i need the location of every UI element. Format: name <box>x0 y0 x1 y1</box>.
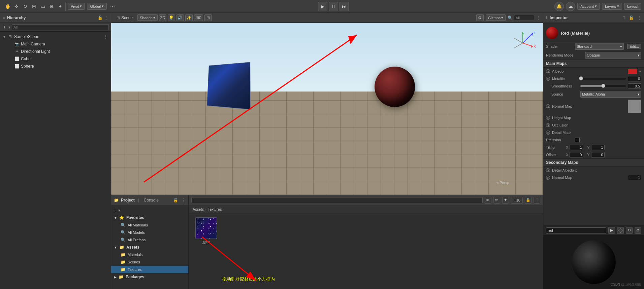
lighting-btn[interactable]: 💡 <box>168 14 175 21</box>
source-dropdown[interactable]: Metallic Alpha ▾ <box>580 91 641 98</box>
albedo-picker-icon[interactable]: ✏ <box>639 70 641 73</box>
hierarchy-scene-item[interactable]: ▼ ⊞ SampleScene ⋮ <box>0 33 111 40</box>
materials-folder-item[interactable]: 📁 Materials <box>111 251 188 258</box>
metallic-value[interactable]: 0 <box>628 76 641 81</box>
albedo-color-swatch[interactable] <box>628 69 637 74</box>
layers-button[interactable]: Layers ▾ <box>602 3 622 10</box>
assets-group[interactable]: ▼ 📁 Assets <box>111 244 188 251</box>
scene-options-icon[interactable]: ⋮ <box>103 34 108 39</box>
detail-albedo-toggle[interactable]: ◎ <box>546 168 550 172</box>
hierarchy-item-sphere[interactable]: ⬜ Sphere <box>0 63 111 70</box>
star-icon-btn[interactable]: ★ <box>502 197 509 204</box>
project-add-btn[interactable]: + ▾ <box>111 207 188 214</box>
scale-tool-icon[interactable]: ⊞ <box>30 3 38 10</box>
account-button[interactable]: Account ▾ <box>577 3 600 10</box>
hierarchy-item-light[interactable]: ☀ Directional Light <box>0 48 111 55</box>
textures-folder-item[interactable]: 📁 Textures <box>111 266 188 273</box>
fx-btn[interactable]: ✨ <box>185 14 193 21</box>
rendering-mode-dropdown[interactable]: Opaque ▾ <box>585 52 641 59</box>
all-prefabs-item[interactable]: 🔍 All Prefabs <box>111 236 188 244</box>
transform-tool-icon[interactable]: ⊕ <box>48 3 55 10</box>
emission-color-swatch[interactable] <box>575 138 580 142</box>
collab-icon[interactable]: 🔔 <box>554 2 564 11</box>
inspector-menu-icon[interactable]: ⋮ <box>637 15 641 20</box>
assets-lock-icon[interactable]: 🔓 <box>525 197 532 204</box>
albedo-toggle[interactable]: ◎ <box>546 69 550 73</box>
scene-misc-btn[interactable]: ⊞ <box>204 14 212 21</box>
scene-view[interactable]: Z X < <box>111 23 543 195</box>
rotate-tool-icon[interactable]: ↻ <box>22 3 29 10</box>
scene-tab[interactable]: ⊞ Scene <box>114 15 135 21</box>
assets-search-input[interactable] <box>191 197 483 203</box>
scene-overflow-btn[interactable]: ⋮ <box>536 15 540 20</box>
inspector-question-icon[interactable]: ? <box>623 15 625 20</box>
smoothness-slider-track[interactable] <box>580 85 626 87</box>
edit-shader-btn[interactable]: Edit... <box>627 44 641 49</box>
scenes-folder-item[interactable]: 📁 Scenes <box>111 258 188 266</box>
scene-settings-btn[interactable]: ⚙ <box>476 14 484 21</box>
offset-y-value[interactable]: 0 <box>591 152 605 157</box>
hierarchy-menu-icon[interactable]: ⋮ <box>104 15 108 20</box>
hierarchy-lock-icon[interactable]: 🔓 <box>98 15 103 20</box>
settings-strip-btn[interactable]: ⚙ <box>635 227 641 234</box>
circle-strip-btn[interactable]: ◯ <box>617 227 624 234</box>
tiling-x-value[interactable]: 1 <box>570 145 583 150</box>
packages-group[interactable]: ▶ 📁 Packages <box>111 273 188 281</box>
eye-icon-btn[interactable]: 👁 <box>485 197 491 204</box>
2d-toggle-btn[interactable]: 2D <box>159 14 166 21</box>
texture-asset-item[interactable]: 星空 <box>193 217 220 245</box>
scene-grid-count[interactable]: ⊞0 <box>194 14 203 21</box>
smoothness-value[interactable]: 0.5 <box>628 83 641 89</box>
project-menu-icon[interactable]: ⋮ <box>182 198 186 203</box>
all-materials-item[interactable]: 🔍 All Materials <box>111 221 188 229</box>
hierarchy-dropdown-icon[interactable]: ▾ <box>8 25 10 30</box>
shader-dropdown[interactable]: Standard ▾ <box>575 43 624 50</box>
secondary-normal-toggle[interactable]: ◎ <box>546 176 550 180</box>
shading-dropdown[interactable]: Shaded ▾ <box>137 14 158 21</box>
move-tool-icon[interactable]: ✛ <box>13 3 20 10</box>
custom-tool-icon[interactable]: ✦ <box>57 3 64 10</box>
inspector-lock-icon[interactable]: 🔓 <box>629 15 634 20</box>
add-hierarchy-btn[interactable]: + <box>2 25 7 30</box>
refresh-strip-btn[interactable]: ↻ <box>626 227 633 234</box>
assets-menu-icon[interactable]: ⋮ <box>534 197 540 204</box>
gizmos-dropdown[interactable]: Gizmos ▾ <box>486 14 506 21</box>
secondary-normal-value[interactable]: 1 <box>628 175 641 180</box>
scene-search-input[interactable] <box>514 15 534 21</box>
smoothness-slider-thumb[interactable] <box>601 84 605 88</box>
breadcrumb-assets[interactable]: Assets <box>193 207 204 211</box>
hand-tool-icon[interactable]: ✋ <box>4 3 11 10</box>
project-tab-label[interactable]: Project <box>121 198 135 203</box>
offset-x-value[interactable]: 0 <box>570 152 583 157</box>
hierarchy-item-camera[interactable]: 📷 Main Camera <box>0 40 111 48</box>
grid-icon[interactable]: ⋯ <box>109 3 116 10</box>
console-tab-label[interactable]: Console <box>144 198 159 203</box>
height-map-toggle[interactable]: ◎ <box>546 116 550 120</box>
hierarchy-search-input[interactable] <box>12 24 109 30</box>
favorites-group[interactable]: ▼ ⭐ Favorites <box>111 214 188 221</box>
pivot-button[interactable]: Pivot ▾ <box>68 3 85 10</box>
favorites-icon-btn[interactable]: ✏ <box>493 197 500 204</box>
rect-tool-icon[interactable]: ▭ <box>39 3 46 10</box>
metallic-slider-thumb[interactable] <box>579 76 583 80</box>
audio-btn[interactable]: 🔊 <box>176 14 184 21</box>
project-lock-icon[interactable]: 🔓 <box>173 198 178 203</box>
normal-map-toggle[interactable]: ◎ <box>546 104 550 108</box>
step-button[interactable]: ⏭ <box>340 2 349 11</box>
tiling-y-value[interactable]: 1 <box>591 145 605 150</box>
play-strip-btn[interactable]: ▶ <box>608 227 615 234</box>
material-field-input[interactable] <box>546 227 606 233</box>
breadcrumb-textures[interactable]: Textures <box>208 207 222 211</box>
cloud-icon[interactable]: ☁ <box>566 2 575 11</box>
detail-mask-toggle[interactable]: ◎ <box>546 131 550 135</box>
layout-button[interactable]: Layout <box>624 3 641 10</box>
all-models-item[interactable]: 🔍 All Models <box>111 229 188 236</box>
play-button[interactable]: ▶ <box>318 2 327 11</box>
occlusion-toggle[interactable]: ◎ <box>546 123 550 127</box>
pause-button[interactable]: ⏸ <box>329 2 338 11</box>
normal-map-slot[interactable] <box>628 100 641 113</box>
metallic-slider-track[interactable] <box>581 78 626 80</box>
hierarchy-item-cube[interactable]: ⬜ Cube <box>0 55 111 63</box>
global-button[interactable]: Global ▾ <box>87 3 107 10</box>
metallic-toggle[interactable]: ◎ <box>546 77 550 81</box>
